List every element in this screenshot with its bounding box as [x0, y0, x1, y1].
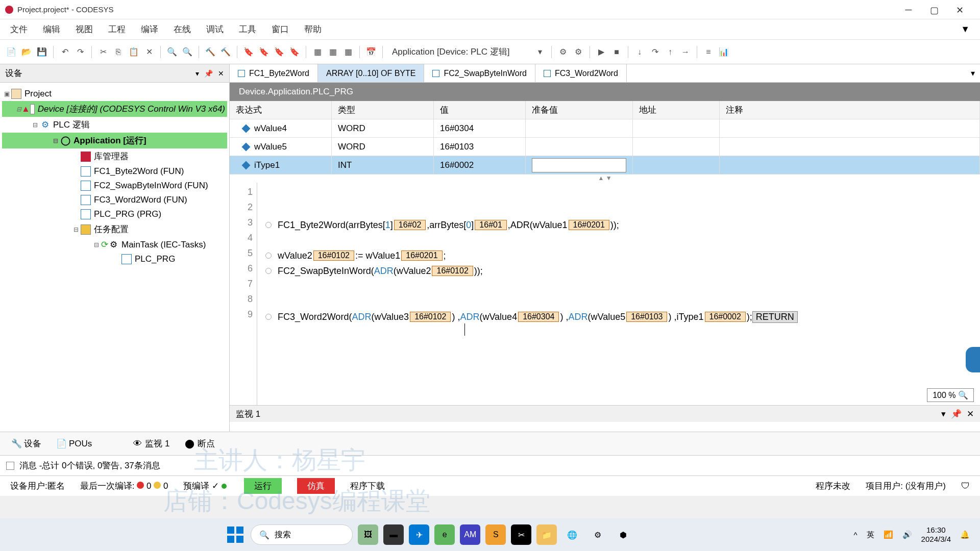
bookmark-icon[interactable]: 🔖: [242, 46, 255, 58]
var-row-wvalue5[interactable]: wValue5 WORD 16#0103: [230, 138, 980, 156]
taskbar-search[interactable]: 🔍 搜索: [251, 524, 353, 545]
message-bar[interactable]: 消息 -总计 0个错误, 0警告, 37条消息: [0, 455, 980, 475]
redo-icon[interactable]: ↷: [74, 46, 86, 58]
start-button[interactable]: [225, 524, 246, 545]
menu-project[interactable]: 工程: [108, 23, 126, 35]
step-into-icon[interactable]: ↓: [633, 46, 646, 58]
paste-icon[interactable]: 📋: [128, 46, 140, 58]
breakpoint-slot[interactable]: [265, 268, 272, 274]
run-to-cursor-icon[interactable]: →: [679, 46, 692, 58]
tab-array[interactable]: ARRAY [0..10] OF BYTE: [318, 64, 424, 82]
menu-window[interactable]: 窗口: [272, 23, 289, 35]
minimize-button[interactable]: ─: [903, 5, 914, 15]
taskbar-app[interactable]: ✈: [409, 524, 429, 545]
tab-breakpoints[interactable]: ⬤ 断点: [178, 434, 223, 453]
watch-pin-icon[interactable]: 📌: [951, 409, 962, 419]
save-icon[interactable]: 💾: [36, 46, 48, 58]
col-expression[interactable]: 表达式: [230, 101, 332, 119]
tree-task-config[interactable]: ⊟ 任务配置: [2, 221, 227, 237]
combo-dropdown-icon[interactable]: ▾: [534, 46, 546, 58]
col-type[interactable]: 类型: [332, 101, 434, 119]
close-button[interactable]: ✕: [954, 5, 965, 15]
menu-file[interactable]: 文件: [10, 23, 28, 35]
tab-fc3[interactable]: FC3_Word2Word: [535, 64, 627, 82]
col-prepared[interactable]: 准备值: [526, 101, 633, 119]
copy-icon[interactable]: ⎘: [112, 46, 125, 58]
prepared-value-input[interactable]: [532, 158, 626, 172]
col-address[interactable]: 地址: [633, 101, 720, 119]
logout-icon[interactable]: ⚙: [572, 46, 584, 58]
tree-plc-prg2[interactable]: PLC_PRG: [2, 252, 227, 266]
tree-fc2[interactable]: FC2_SwapByteInWord (FUN): [2, 179, 227, 193]
taskbar-settings[interactable]: ⚙: [587, 524, 608, 545]
tray-volume-icon[interactable]: 🔊: [902, 530, 912, 539]
col-comment[interactable]: 注释: [720, 101, 980, 119]
new-icon[interactable]: 📄: [5, 46, 17, 58]
breakpoint-slot[interactable]: [265, 253, 272, 259]
open-icon[interactable]: 📂: [20, 46, 33, 58]
taskbar-app[interactable]: S: [485, 524, 506, 545]
stop-icon[interactable]: ■: [610, 46, 623, 58]
taskbar-codesys[interactable]: ⬢: [613, 524, 633, 545]
taskbar-app[interactable]: AM: [460, 524, 480, 545]
tree-plc-prg[interactable]: PLC_PRG (PRG): [2, 207, 227, 221]
tree-maintask[interactable]: ⊟ ⟳ ⚙ MainTask (IEC-Tasks): [2, 237, 227, 252]
tray-ime[interactable]: 英: [867, 530, 874, 540]
application-combo[interactable]: Application [Device: PLC 逻辑]: [388, 45, 531, 59]
system-tray[interactable]: ^ 英 📶 🔊 16:30 2024/3/4 🔔: [854, 525, 970, 544]
bookmark-next-icon[interactable]: 🔖: [273, 46, 285, 58]
zoom-level[interactable]: 100 % 🔍: [927, 388, 974, 402]
tree-fc1[interactable]: FC1_Byte2Word (FUN): [2, 164, 227, 179]
step-over-icon[interactable]: ↷: [649, 46, 661, 58]
tree-application[interactable]: ⊟ ◯ Application [运行]: [2, 133, 227, 148]
delete-icon[interactable]: ✕: [143, 46, 155, 58]
col-value[interactable]: 值: [434, 101, 526, 119]
tray-clock[interactable]: 16:30 2024/3/4: [921, 525, 951, 544]
step-out-icon[interactable]: ↑: [664, 46, 676, 58]
tray-notifications-icon[interactable]: 🔔: [960, 530, 970, 539]
breakpoint-slot[interactable]: [265, 222, 272, 228]
tab-watch1[interactable]: 👁 监视 1: [125, 434, 177, 453]
tab-pous[interactable]: 📄 POUs: [49, 435, 100, 453]
bookmark-clear-icon[interactable]: 🔖: [288, 46, 301, 58]
tree-lib-manager[interactable]: 库管理器: [2, 148, 227, 164]
tab-fc2[interactable]: FC2_SwapByteInWord: [424, 64, 535, 82]
find-icon[interactable]: 🔍: [166, 46, 178, 58]
splitter-handle[interactable]: ▲ ▼: [230, 174, 980, 183]
taskbar-explorer[interactable]: 📁: [536, 524, 557, 545]
taskbar-app[interactable]: ✂: [511, 524, 531, 545]
watch-dropdown-icon[interactable]: ▾: [941, 409, 946, 419]
start-icon[interactable]: ▶: [595, 46, 607, 58]
tb-misc2-icon[interactable]: ▦: [327, 46, 339, 58]
cut-icon[interactable]: ✂: [97, 46, 109, 58]
calendar-icon[interactable]: 📅: [365, 46, 377, 58]
code-editor[interactable]: 123456789 FC1_Byte2Word(arrBytes[1] 16#0…: [230, 183, 980, 405]
taskbar-edge[interactable]: 🌐: [562, 524, 582, 545]
tb-chart-icon[interactable]: 📊: [718, 46, 730, 58]
panel-close-icon[interactable]: ✕: [218, 69, 224, 78]
undo-icon[interactable]: ↶: [59, 46, 71, 58]
menu-tools[interactable]: 工具: [239, 23, 256, 35]
login-icon[interactable]: ⚙: [557, 46, 569, 58]
menu-debug[interactable]: 调试: [206, 23, 224, 35]
taskbar-app[interactable]: e: [434, 524, 455, 545]
menu-edit[interactable]: 编辑: [43, 23, 60, 35]
watch-close-icon[interactable]: ✕: [967, 409, 974, 419]
tab-devices[interactable]: 🔧 设备: [4, 434, 49, 453]
tray-chevron-icon[interactable]: ^: [854, 531, 857, 539]
build-icon[interactable]: 🔨: [204, 46, 216, 58]
tabs-dropdown-icon[interactable]: ▾: [966, 64, 980, 82]
menu-view[interactable]: 视图: [76, 23, 93, 35]
tree-device[interactable]: ⊟ ▲ Device [连接的] (CODESYS Control Win V3…: [2, 101, 227, 117]
tb-trace-icon[interactable]: ≡: [702, 46, 715, 58]
replace-icon[interactable]: 🔍: [181, 46, 193, 58]
panel-dropdown-icon[interactable]: ▾: [195, 69, 199, 78]
tree-plc-logic[interactable]: ⊟ ⚙ PLC 逻辑: [2, 117, 227, 133]
collapse-icon[interactable]: ▼: [961, 24, 970, 35]
tree-fc3[interactable]: FC3_Word2Word (FUN): [2, 193, 227, 207]
tb-misc1-icon[interactable]: ▦: [311, 46, 324, 58]
var-row-itype1[interactable]: iType1 INT 16#0002: [230, 156, 980, 174]
side-tab[interactable]: [966, 347, 980, 372]
taskbar-app[interactable]: ▬: [383, 524, 404, 545]
var-row-wvalue4[interactable]: wValue4 WORD 16#0304: [230, 119, 980, 138]
